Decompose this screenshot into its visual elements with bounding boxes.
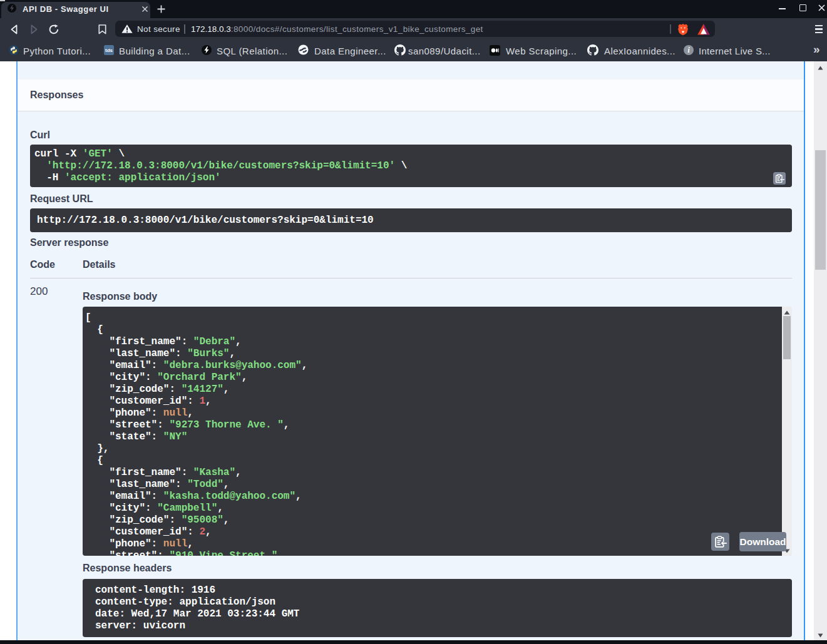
svg-text:tds: tds xyxy=(105,48,113,53)
